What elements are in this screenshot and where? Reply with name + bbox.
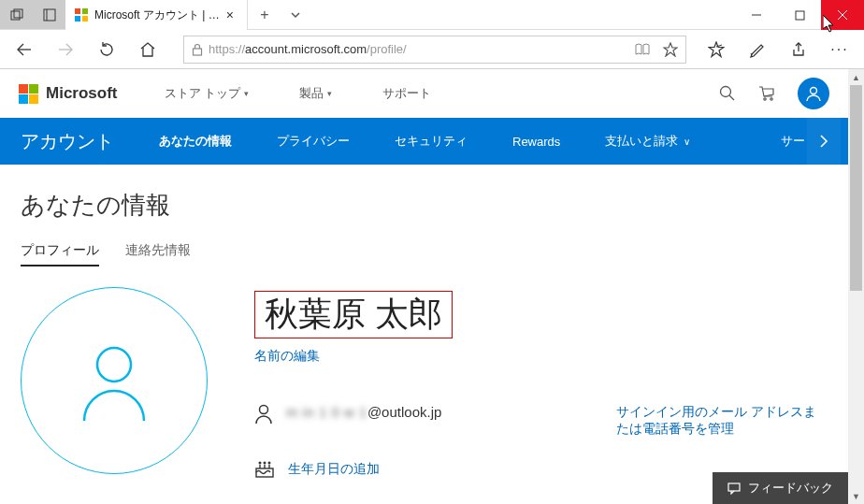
home-button[interactable] (129, 32, 166, 67)
feedback-button[interactable]: フィードバック (713, 472, 848, 504)
reading-view-icon[interactable] (635, 43, 650, 56)
svg-point-32 (268, 462, 270, 464)
browser-tab[interactable]: Microsoft アカウント | 自分 × (65, 0, 248, 30)
svg-point-31 (264, 462, 266, 464)
nav-tab-privacy[interactable]: プライバシー (277, 133, 350, 150)
edit-name-link[interactable]: 名前の編集 (254, 348, 822, 365)
profile-avatar[interactable] (21, 287, 208, 474)
svg-point-25 (260, 406, 268, 414)
scroll-thumb[interactable] (850, 85, 862, 291)
email-address: m in 1 0 w 1@outlook.jp (286, 404, 441, 420)
add-birthday-link[interactable]: 生年月日の追加 (288, 461, 380, 478)
svg-rect-2 (44, 9, 55, 21)
vertical-scrollbar[interactable]: ▲ ▼ (848, 69, 864, 504)
svg-line-20 (729, 95, 734, 100)
person-icon (254, 404, 273, 425)
back-button[interactable] (6, 32, 43, 67)
birthday-icon (254, 460, 275, 479)
svg-point-23 (811, 88, 817, 94)
ms-nav-support[interactable]: サポート (382, 85, 431, 102)
nav-tab-payment[interactable]: 支払いと請求∨ (605, 133, 690, 150)
svg-point-30 (259, 462, 261, 464)
scroll-up-button[interactable]: ▲ (848, 69, 864, 85)
more-button[interactable]: ··· (821, 32, 858, 67)
window-menu-icon[interactable] (0, 0, 33, 30)
maximize-button[interactable] (778, 0, 821, 30)
svg-point-19 (721, 87, 731, 97)
set-aside-icon[interactable] (33, 0, 65, 30)
cart-icon[interactable] (758, 85, 775, 102)
svg-rect-4 (75, 8, 80, 14)
svg-rect-0 (11, 11, 20, 20)
nav-scroll-right[interactable] (807, 118, 841, 165)
manage-signin-link[interactable]: サインイン用のメール アドレスまたは電話番号を管理 (616, 404, 822, 438)
account-brand[interactable]: アカウント (21, 129, 114, 154)
notes-button[interactable] (739, 32, 776, 67)
svg-rect-9 (796, 11, 804, 20)
svg-rect-14 (194, 49, 202, 55)
close-button[interactable] (821, 0, 864, 30)
svg-rect-6 (75, 16, 80, 22)
user-name: 秋葉原 太郎 (254, 291, 453, 338)
svg-point-24 (97, 348, 131, 382)
share-button[interactable] (780, 32, 817, 67)
user-avatar[interactable] (798, 78, 829, 109)
address-bar[interactable]: https://account.microsoft.com/profile/ (183, 36, 686, 64)
ms-nav-products[interactable]: 製品▾ (299, 85, 332, 102)
nav-tab-rewards[interactable]: Rewards (512, 135, 560, 149)
svg-rect-1 (14, 9, 22, 18)
ms-nav-store[interactable]: ストア トップ▾ (165, 85, 250, 102)
ms-favicon (75, 8, 88, 22)
nav-tab-security[interactable]: セキュリティ (395, 133, 468, 150)
search-icon[interactable] (719, 85, 736, 102)
svg-marker-16 (709, 42, 724, 57)
svg-point-21 (764, 98, 766, 100)
svg-point-22 (770, 98, 772, 100)
subtab-profile[interactable]: プロフィール (21, 242, 99, 266)
svg-rect-5 (82, 8, 88, 14)
forward-button (47, 32, 84, 67)
chat-icon (727, 482, 741, 495)
favorite-star-icon[interactable] (663, 42, 678, 57)
new-tab-button[interactable]: + (248, 0, 281, 29)
tab-overflow-button[interactable] (281, 0, 310, 29)
url-text: https://account.microsoft.com/profile/ (209, 42, 407, 56)
tab-title: Microsoft アカウント | 自分 (94, 7, 221, 23)
ms-logo-text: Microsoft (46, 84, 118, 103)
lock-icon (192, 43, 203, 56)
minimize-button[interactable] (735, 0, 778, 30)
tab-close-button[interactable]: × (223, 7, 238, 22)
page-title: あなたの情報 (21, 189, 822, 222)
refresh-button[interactable] (88, 32, 125, 67)
ms-logo-icon (19, 84, 38, 104)
svg-rect-7 (82, 16, 88, 22)
scroll-down-button[interactable]: ▼ (848, 488, 864, 504)
nav-tab-partial[interactable]: サー (781, 133, 805, 150)
subtab-contact[interactable]: 連絡先情報 (125, 242, 191, 266)
svg-marker-15 (664, 43, 677, 56)
favorites-button[interactable] (698, 32, 735, 67)
microsoft-logo[interactable]: Microsoft (19, 84, 118, 104)
nav-tab-yourinfo[interactable]: あなたの情報 (159, 133, 232, 150)
svg-rect-33 (728, 483, 740, 491)
